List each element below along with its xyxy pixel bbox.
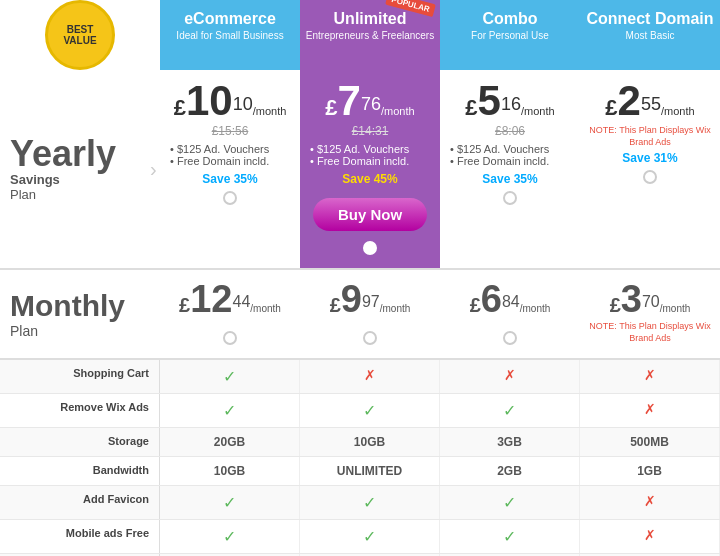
plan-name-ecommerce: eCommerce xyxy=(165,10,295,28)
feature-item: Free Domain incld. xyxy=(310,155,435,167)
plan-monthly-unlimited: £997/month xyxy=(300,270,440,358)
combo-yearly-price: £516/month xyxy=(445,80,575,122)
feature-cell: ✗ xyxy=(580,520,720,553)
yearly-section: Yearly Savings Plan › £1010/month £15:56… xyxy=(0,70,720,270)
feature-cell: 500MB xyxy=(580,428,720,456)
plan-monthly-ecommerce: £1244/month xyxy=(160,270,300,358)
check-icon: ✓ xyxy=(503,528,516,545)
best-value-line1: BEST xyxy=(67,24,94,35)
ecommerce-yearly-price: £1010/month xyxy=(165,80,295,122)
plan-header-ecommerce: eCommerce Ideal for Small Business xyxy=(160,0,300,70)
check-icon: ✓ xyxy=(223,494,236,511)
ecommerce-features: $125 Ad. Vouchers Free Domain incld. xyxy=(165,143,295,167)
feature-cell: ✓ xyxy=(440,520,580,553)
yearly-big: Yearly xyxy=(10,136,116,172)
plan-header-connect: Connect Domain Most Basic xyxy=(580,0,720,70)
cross-icon: ✗ xyxy=(644,527,656,543)
feature-cell: ✓ xyxy=(440,486,580,519)
plan-subtitle-connect: Most Basic xyxy=(585,30,715,41)
feature-cell: ✗ xyxy=(440,360,580,393)
feature-row: Remove Wix Ads✓✓✓✗ xyxy=(0,394,720,428)
feature-name: Storage xyxy=(0,428,160,456)
monthly-plan: Plan xyxy=(10,323,38,339)
connect-yearly-note: NOTE: This Plan Displays Wix Brand Ads xyxy=(585,125,715,148)
storage-value: 20GB xyxy=(214,435,245,449)
check-icon: ✓ xyxy=(223,528,236,545)
radio-unlimited-yearly[interactable] xyxy=(363,241,377,255)
feature-cell: ✓ xyxy=(300,486,440,519)
currency: £ xyxy=(174,95,186,120)
radio-unlimited-monthly[interactable] xyxy=(363,331,377,345)
connect-yearly-price: £255/month xyxy=(585,80,715,122)
radio-combo-yearly[interactable] xyxy=(503,191,517,205)
storage-value: 10GB xyxy=(354,435,385,449)
check-icon: ✓ xyxy=(503,494,516,511)
plan-yearly-unlimited: £776/month £14:31 $125 Ad. Vouchers Free… xyxy=(300,70,440,268)
feature-item: $125 Ad. Vouchers xyxy=(170,143,295,155)
yearly-savings: Savings xyxy=(10,172,60,187)
feature-cell: ✓ xyxy=(300,520,440,553)
chevron-icon: › xyxy=(150,158,157,181)
feature-cell: ✓ xyxy=(440,394,580,427)
feature-cell: ✓ xyxy=(160,394,300,427)
plan-name-connect: Connect Domain xyxy=(585,10,715,28)
best-value-badge: BEST VALUE xyxy=(45,0,115,70)
plan-monthly-connect: £370/month NOTE: This Plan Displays Wix … xyxy=(580,270,720,358)
cross-icon: ✗ xyxy=(644,493,656,509)
storage-value: 500MB xyxy=(630,435,669,449)
feature-cell: 2GB xyxy=(440,457,580,485)
header-left: BEST VALUE xyxy=(0,0,160,70)
cross-icon: ✗ xyxy=(504,367,516,383)
ecommerce-old-price: £15:56 xyxy=(165,124,295,138)
feature-name: Mobile ads Free xyxy=(0,520,160,553)
feature-item: $125 Ad. Vouchers xyxy=(310,143,435,155)
plan-subtitle-ecommerce: Ideal for Small Business xyxy=(165,30,295,41)
check-icon: ✓ xyxy=(223,402,236,419)
feature-row: Bandwidth10GBUNLIMITED2GB1GB xyxy=(0,457,720,486)
feature-cell: ✓ xyxy=(300,394,440,427)
header-row: BEST VALUE eCommerce Ideal for Small Bus… xyxy=(0,0,720,70)
feature-cell: 10GB xyxy=(160,457,300,485)
check-icon: ✓ xyxy=(363,528,376,545)
radio-connect-yearly[interactable] xyxy=(643,170,657,184)
unlimited-yearly-price: £776/month xyxy=(305,80,435,122)
plan-yearly-ecommerce: › £1010/month £15:56 $125 Ad. Vouchers F… xyxy=(160,70,300,268)
buy-now-button[interactable]: Buy Now xyxy=(313,198,427,231)
monthly-big: Monthly xyxy=(10,289,125,323)
ecommerce-save: Save 35% xyxy=(165,172,295,186)
feature-cell: ✓ xyxy=(160,360,300,393)
monthly-section: Monthly Plan £1244/month £997/month £684… xyxy=(0,270,720,360)
plan-yearly-connect: £255/month NOTE: This Plan Displays Wix … xyxy=(580,70,720,268)
best-value-line2: VALUE xyxy=(63,35,96,46)
feature-cell: ✓ xyxy=(160,486,300,519)
radio-ecommerce-monthly[interactable] xyxy=(223,331,237,345)
feature-name: Remove Wix Ads xyxy=(0,394,160,427)
feature-item: Free Domain incld. xyxy=(450,155,575,167)
feature-cell: 3GB xyxy=(440,428,580,456)
feature-cell: 1GB xyxy=(580,457,720,485)
check-icon: ✓ xyxy=(223,368,236,385)
storage-value: 3GB xyxy=(497,435,522,449)
feature-cell: ✓ xyxy=(160,520,300,553)
connect-save: Save 31% xyxy=(585,151,715,165)
plan-header-combo: Combo For Personal Use xyxy=(440,0,580,70)
storage-value: 10GB xyxy=(214,464,245,478)
features-section: Shopping Cart✓✗✗✗Remove Wix Ads✓✓✓✗Stora… xyxy=(0,360,720,556)
feature-cell: ✗ xyxy=(580,394,720,427)
feature-cell: ✗ xyxy=(300,360,440,393)
yearly-label: Yearly Savings Plan xyxy=(0,70,160,268)
feature-item: Free Domain incld. xyxy=(170,155,295,167)
radio-ecommerce-yearly[interactable] xyxy=(223,191,237,205)
cross-icon: ✗ xyxy=(644,401,656,417)
monthly-label: Monthly Plan xyxy=(0,270,160,358)
feature-name: Bandwidth xyxy=(0,457,160,485)
feature-row: Shopping Cart✓✗✗✗ xyxy=(0,360,720,394)
plan-header-unlimited: POPULAR Unlimited Entrepreneurs & Freela… xyxy=(300,0,440,70)
radio-combo-monthly[interactable] xyxy=(503,331,517,345)
plan-monthly-combo: £684/month xyxy=(440,270,580,358)
feature-row: Storage20GB10GB3GB500MB xyxy=(0,428,720,457)
combo-old-price: £8:06 xyxy=(445,124,575,138)
feature-cell: ✗ xyxy=(580,360,720,393)
check-icon: ✓ xyxy=(363,494,376,511)
feature-row: Add Favicon✓✓✓✗ xyxy=(0,486,720,520)
